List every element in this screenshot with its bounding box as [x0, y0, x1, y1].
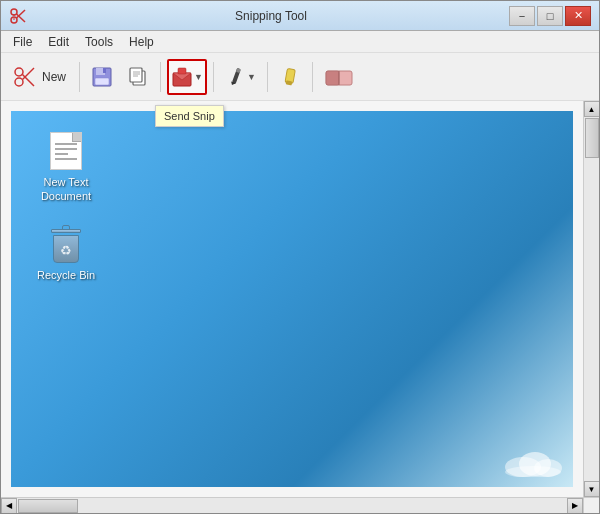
scroll-track-v[interactable] — [584, 117, 600, 481]
window-controls: − □ ✕ — [509, 6, 591, 26]
cloud-decoration — [503, 442, 563, 477]
bin-lid — [51, 229, 81, 233]
scroll-up-button[interactable]: ▲ — [584, 101, 600, 117]
new-label: New — [42, 70, 66, 84]
copy-button[interactable] — [122, 59, 154, 95]
content-area: New Text Document ♻ — [1, 101, 599, 513]
new-text-document-label: New Text Document — [41, 175, 91, 204]
separator-2 — [160, 62, 161, 92]
pen-icon — [225, 66, 247, 88]
pen-button[interactable]: ▼ — [220, 59, 261, 95]
svg-rect-20 — [178, 68, 186, 74]
send-snip-dropdown-arrow[interactable]: ▼ — [194, 72, 203, 82]
text-file-lines — [55, 143, 77, 163]
send-snip-icon — [171, 66, 193, 88]
eraser-icon — [324, 66, 354, 88]
maximize-button[interactable]: □ — [537, 6, 563, 26]
highlighter-button[interactable] — [274, 59, 306, 95]
scroll-corner — [583, 497, 599, 513]
menu-bar: File Edit Tools Help — [1, 31, 599, 53]
desktop-background: New Text Document ♻ — [11, 111, 573, 487]
menu-file[interactable]: File — [5, 33, 40, 51]
scroll-track-h[interactable] — [17, 498, 567, 514]
scissors-icon — [14, 66, 36, 88]
title-bar: Snipping Tool − □ ✕ — [1, 1, 599, 31]
eraser-button[interactable] — [319, 59, 359, 95]
minimize-button[interactable]: − — [509, 6, 535, 26]
svg-line-8 — [23, 74, 35, 86]
vertical-scrollbar[interactable]: ▲ ▼ — [583, 101, 599, 497]
recycle-bin-label: Recycle Bin — [37, 268, 95, 282]
menu-help[interactable]: Help — [121, 33, 162, 51]
toolbar: New — [1, 53, 599, 101]
separator-3 — [213, 62, 214, 92]
desktop-icons: New Text Document ♻ — [31, 131, 101, 282]
svg-point-5 — [15, 78, 23, 86]
new-button[interactable]: New — [7, 59, 73, 95]
send-snip-button[interactable]: ▼ — [167, 59, 207, 95]
snip-image: New Text Document ♻ — [11, 111, 573, 487]
recycle-bin-icon[interactable]: ♻ Recycle Bin — [31, 224, 101, 282]
text-line-2 — [55, 148, 77, 150]
text-line-1 — [55, 143, 77, 145]
separator-1 — [79, 62, 80, 92]
window-title: Snipping Tool — [33, 9, 509, 23]
copy-icon — [127, 66, 149, 88]
text-file-icon-shape — [50, 132, 82, 170]
text-file-image — [48, 131, 84, 171]
text-line-4 — [55, 158, 77, 160]
horizontal-scrollbar[interactable]: ◀ ▶ — [1, 497, 583, 513]
scroll-left-button[interactable]: ◀ — [1, 498, 17, 514]
menu-edit[interactable]: Edit — [40, 33, 77, 51]
save-icon — [91, 66, 113, 88]
highlighter-icon — [279, 66, 301, 88]
svg-line-2 — [17, 10, 26, 18]
close-button[interactable]: ✕ — [565, 6, 591, 26]
pen-dropdown-arrow[interactable]: ▼ — [247, 72, 256, 82]
svg-line-3 — [17, 14, 26, 22]
scroll-thumb-h[interactable] — [18, 499, 78, 513]
app-icon — [9, 7, 27, 25]
send-snip-tooltip: Send Snip — [155, 105, 224, 127]
text-line-3 — [55, 153, 68, 155]
menu-tools[interactable]: Tools — [77, 33, 121, 51]
svg-line-7 — [23, 68, 35, 80]
scroll-thumb-v[interactable] — [585, 118, 599, 158]
save-button[interactable] — [86, 59, 118, 95]
recycle-arrows: ♻ — [58, 244, 74, 258]
svg-rect-11 — [95, 78, 109, 85]
scroll-down-button[interactable]: ▼ — [584, 481, 600, 497]
svg-point-6 — [15, 68, 23, 76]
recycle-bin-image: ♻ — [48, 224, 84, 264]
new-text-document-icon[interactable]: New Text Document — [31, 131, 101, 204]
scroll-right-button[interactable]: ▶ — [567, 498, 583, 514]
svg-rect-14 — [130, 68, 142, 82]
app-window: Snipping Tool − □ ✕ File Edit Tools Help… — [0, 0, 600, 514]
separator-5 — [312, 62, 313, 92]
svg-rect-12 — [103, 68, 106, 73]
bin-body: ♻ — [53, 235, 79, 263]
svg-rect-27 — [326, 71, 339, 85]
separator-4 — [267, 62, 268, 92]
recycle-bin-shape: ♻ — [51, 225, 81, 263]
